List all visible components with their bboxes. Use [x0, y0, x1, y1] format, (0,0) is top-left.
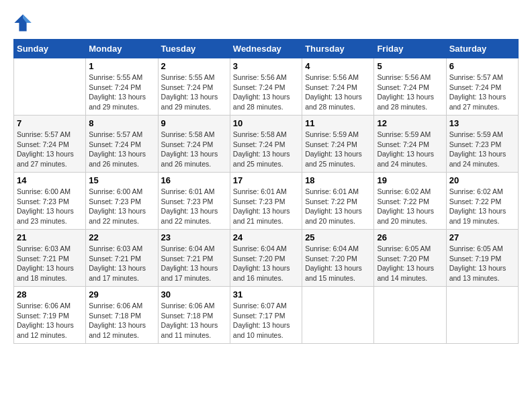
day-info: Sunrise: 6:01 AM Sunset: 7:23 PM Dayligh…: [161, 187, 227, 226]
day-number: 17: [233, 175, 299, 185]
day-number: 2: [161, 61, 227, 71]
calendar-table: SundayMondayTuesdayWednesdayThursdayFrid…: [13, 39, 519, 344]
col-header-tuesday: Tuesday: [158, 40, 230, 58]
day-number: 19: [377, 175, 443, 185]
day-info: Sunrise: 6:04 AM Sunset: 7:20 PM Dayligh…: [233, 244, 299, 283]
logo: [13, 13, 34, 32]
day-number: 23: [161, 232, 227, 242]
day-info: Sunrise: 5:59 AM Sunset: 7:23 PM Dayligh…: [449, 130, 515, 169]
calendar-cell: 20Sunrise: 6:02 AM Sunset: 7:22 PM Dayli…: [446, 173, 518, 230]
day-number: 30: [161, 289, 227, 300]
calendar-cell: 27Sunrise: 6:05 AM Sunset: 7:19 PM Dayli…: [446, 230, 518, 287]
day-number: 15: [89, 175, 154, 185]
calendar-cell: 7Sunrise: 5:57 AM Sunset: 7:24 PM Daylig…: [14, 116, 86, 173]
calendar-cell: 26Sunrise: 6:05 AM Sunset: 7:20 PM Dayli…: [374, 230, 446, 287]
calendar-cell: [302, 287, 374, 344]
day-number: 11: [305, 118, 371, 128]
day-number: 14: [17, 175, 83, 185]
calendar-cell: 31Sunrise: 6:07 AM Sunset: 7:17 PM Dayli…: [230, 287, 302, 344]
day-info: Sunrise: 6:02 AM Sunset: 7:22 PM Dayligh…: [449, 187, 515, 226]
day-info: Sunrise: 6:04 AM Sunset: 7:21 PM Dayligh…: [161, 244, 227, 283]
day-info: Sunrise: 5:57 AM Sunset: 7:24 PM Dayligh…: [449, 73, 515, 112]
day-info: Sunrise: 5:59 AM Sunset: 7:24 PM Dayligh…: [305, 130, 371, 169]
calendar-week-row: 14Sunrise: 6:00 AM Sunset: 7:23 PM Dayli…: [14, 173, 519, 230]
col-header-thursday: Thursday: [302, 40, 374, 58]
day-number: 26: [377, 232, 443, 242]
calendar-cell: [14, 58, 86, 116]
calendar-cell: 14Sunrise: 6:00 AM Sunset: 7:23 PM Dayli…: [14, 173, 86, 230]
day-info: Sunrise: 6:03 AM Sunset: 7:21 PM Dayligh…: [89, 244, 154, 283]
header: [13, 13, 519, 32]
col-header-sunday: Sunday: [14, 40, 86, 58]
day-info: Sunrise: 6:05 AM Sunset: 7:19 PM Dayligh…: [449, 244, 515, 283]
calendar-cell: 29Sunrise: 6:06 AM Sunset: 7:18 PM Dayli…: [86, 287, 158, 344]
day-info: Sunrise: 5:56 AM Sunset: 7:24 PM Dayligh…: [305, 73, 371, 112]
calendar-cell: 11Sunrise: 5:59 AM Sunset: 7:24 PM Dayli…: [302, 116, 374, 173]
col-header-saturday: Saturday: [446, 40, 518, 58]
day-info: Sunrise: 6:01 AM Sunset: 7:23 PM Dayligh…: [233, 187, 299, 226]
calendar-cell: 10Sunrise: 5:58 AM Sunset: 7:24 PM Dayli…: [230, 116, 302, 173]
calendar-cell: 22Sunrise: 6:03 AM Sunset: 7:21 PM Dayli…: [86, 230, 158, 287]
calendar-cell: 28Sunrise: 6:06 AM Sunset: 7:19 PM Dayli…: [14, 287, 86, 344]
day-info: Sunrise: 6:07 AM Sunset: 7:17 PM Dayligh…: [233, 301, 299, 340]
day-info: Sunrise: 6:06 AM Sunset: 7:18 PM Dayligh…: [161, 301, 227, 340]
day-number: 29: [89, 289, 154, 300]
calendar-week-row: 28Sunrise: 6:06 AM Sunset: 7:19 PM Dayli…: [14, 287, 519, 344]
calendar-cell: 13Sunrise: 5:59 AM Sunset: 7:23 PM Dayli…: [446, 116, 518, 173]
day-number: 24: [233, 232, 299, 242]
col-header-friday: Friday: [374, 40, 446, 58]
calendar-cell: 1Sunrise: 5:55 AM Sunset: 7:24 PM Daylig…: [86, 58, 158, 116]
day-number: 12: [377, 118, 443, 128]
calendar-cell: 12Sunrise: 5:59 AM Sunset: 7:24 PM Dayli…: [374, 116, 446, 173]
day-number: 9: [161, 118, 227, 128]
calendar-week-row: 1Sunrise: 5:55 AM Sunset: 7:24 PM Daylig…: [14, 58, 519, 116]
day-info: Sunrise: 5:58 AM Sunset: 7:24 PM Dayligh…: [233, 130, 299, 169]
day-number: 21: [17, 232, 83, 242]
calendar-cell: 5Sunrise: 5:56 AM Sunset: 7:24 PM Daylig…: [374, 58, 446, 116]
day-number: 18: [305, 175, 371, 185]
calendar-header-row: SundayMondayTuesdayWednesdayThursdayFrid…: [14, 40, 519, 58]
calendar-cell: 25Sunrise: 6:04 AM Sunset: 7:20 PM Dayli…: [302, 230, 374, 287]
calendar-cell: 19Sunrise: 6:02 AM Sunset: 7:22 PM Dayli…: [374, 173, 446, 230]
day-info: Sunrise: 6:06 AM Sunset: 7:18 PM Dayligh…: [89, 301, 154, 340]
calendar-cell: [446, 287, 518, 344]
calendar-cell: 9Sunrise: 5:58 AM Sunset: 7:24 PM Daylig…: [158, 116, 230, 173]
day-number: 5: [377, 61, 443, 71]
day-number: 13: [449, 118, 515, 128]
logo-icon: [13, 13, 32, 32]
day-info: Sunrise: 6:00 AM Sunset: 7:23 PM Dayligh…: [17, 187, 83, 226]
day-info: Sunrise: 6:00 AM Sunset: 7:23 PM Dayligh…: [89, 187, 154, 226]
col-header-monday: Monday: [86, 40, 158, 58]
day-number: 27: [449, 232, 515, 242]
day-info: Sunrise: 6:03 AM Sunset: 7:21 PM Dayligh…: [17, 244, 83, 283]
day-info: Sunrise: 6:02 AM Sunset: 7:22 PM Dayligh…: [377, 187, 443, 226]
day-number: 4: [305, 61, 371, 71]
calendar-cell: 4Sunrise: 5:56 AM Sunset: 7:24 PM Daylig…: [302, 58, 374, 116]
calendar-cell: [374, 287, 446, 344]
day-info: Sunrise: 6:05 AM Sunset: 7:20 PM Dayligh…: [377, 244, 443, 283]
day-number: 8: [89, 118, 154, 128]
day-info: Sunrise: 5:55 AM Sunset: 7:24 PM Dayligh…: [89, 73, 154, 112]
day-number: 16: [161, 175, 227, 185]
calendar-cell: 21Sunrise: 6:03 AM Sunset: 7:21 PM Dayli…: [14, 230, 86, 287]
calendar-cell: 2Sunrise: 5:55 AM Sunset: 7:24 PM Daylig…: [158, 58, 230, 116]
day-number: 25: [305, 232, 371, 242]
day-info: Sunrise: 6:06 AM Sunset: 7:19 PM Dayligh…: [17, 301, 83, 340]
calendar-cell: 3Sunrise: 5:56 AM Sunset: 7:24 PM Daylig…: [230, 58, 302, 116]
calendar-cell: 30Sunrise: 6:06 AM Sunset: 7:18 PM Dayli…: [158, 287, 230, 344]
day-info: Sunrise: 5:58 AM Sunset: 7:24 PM Dayligh…: [161, 130, 227, 169]
calendar-week-row: 21Sunrise: 6:03 AM Sunset: 7:21 PM Dayli…: [14, 230, 519, 287]
calendar-cell: 23Sunrise: 6:04 AM Sunset: 7:21 PM Dayli…: [158, 230, 230, 287]
day-info: Sunrise: 5:59 AM Sunset: 7:24 PM Dayligh…: [377, 130, 443, 169]
day-number: 22: [89, 232, 154, 242]
calendar-cell: 6Sunrise: 5:57 AM Sunset: 7:24 PM Daylig…: [446, 58, 518, 116]
day-info: Sunrise: 5:57 AM Sunset: 7:24 PM Dayligh…: [17, 130, 83, 169]
day-info: Sunrise: 5:56 AM Sunset: 7:24 PM Dayligh…: [377, 73, 443, 112]
day-number: 10: [233, 118, 299, 128]
day-number: 31: [233, 289, 299, 300]
day-info: Sunrise: 6:04 AM Sunset: 7:20 PM Dayligh…: [305, 244, 371, 283]
calendar-cell: 16Sunrise: 6:01 AM Sunset: 7:23 PM Dayli…: [158, 173, 230, 230]
calendar-week-row: 7Sunrise: 5:57 AM Sunset: 7:24 PM Daylig…: [14, 116, 519, 173]
day-info: Sunrise: 5:55 AM Sunset: 7:24 PM Dayligh…: [161, 73, 227, 112]
calendar-cell: 17Sunrise: 6:01 AM Sunset: 7:23 PM Dayli…: [230, 173, 302, 230]
